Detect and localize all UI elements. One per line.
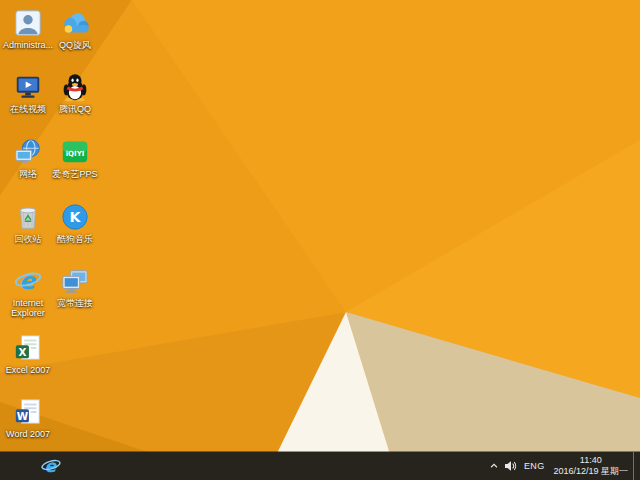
svg-text:e: e (44, 456, 57, 476)
show-desktop-button[interactable] (633, 452, 640, 480)
system-tray: ENG 11:40 2016/12/19 星期一 (485, 452, 640, 480)
icon-label: Administra... (2, 40, 54, 50)
network-globe-icon (2, 137, 54, 167)
desktop-icon-iqiyi-pps[interactable]: iQIYI 爱奇艺PPS (49, 137, 101, 179)
desktop-icon-network[interactable]: 网络 (2, 137, 54, 179)
internet-explorer-icon: e (40, 455, 62, 477)
clock-date: 2016/12/19 星期一 (553, 466, 628, 477)
desktop-icon-internet-explorer[interactable]: e Internet Explorer (2, 266, 54, 318)
icon-label: QQ旋风 (49, 40, 101, 50)
iqiyi-icon: iQIYI (49, 137, 101, 167)
desktop: Administra... 在线视频 网络 (0, 0, 640, 480)
desktop-icon-excel-2007[interactable]: X Excel 2007 (2, 333, 54, 375)
language-indicator[interactable]: ENG (519, 461, 549, 471)
desktop-icon-recycle-bin[interactable]: 回收站 (2, 202, 54, 244)
desktop-icon-kugou-music[interactable]: K 酷狗音乐 (49, 202, 101, 244)
svg-text:W: W (17, 410, 29, 422)
svg-text:e: e (19, 267, 37, 295)
dual-monitor-icon (49, 266, 101, 296)
icon-label: 爱奇艺PPS (49, 169, 101, 179)
excel-icon: X (2, 333, 54, 363)
icon-label: 回收站 (2, 234, 54, 244)
volume-button[interactable] (502, 452, 519, 480)
internet-explorer-icon: e (2, 266, 54, 296)
icon-label: Excel 2007 (2, 365, 54, 375)
desktop-icon-administrator[interactable]: Administra... (2, 8, 54, 50)
icon-label: 腾讯QQ (49, 104, 101, 114)
desktop-icon-qq-xuanfeng[interactable]: QQ旋风 (49, 8, 101, 50)
kugou-icon: K (49, 202, 101, 232)
icon-label: 宽带连接 (49, 298, 101, 308)
svg-text:X: X (18, 346, 26, 358)
cloud-download-icon (49, 8, 101, 38)
show-hidden-icons-button[interactable] (485, 452, 502, 480)
desktop-icon-word-2007[interactable]: W Word 2007 (2, 397, 54, 439)
video-monitor-icon (2, 72, 54, 102)
user-account-icon (2, 8, 54, 38)
taskbar-ie-button[interactable]: e (36, 453, 66, 479)
icon-label: Internet Explorer (2, 298, 54, 318)
word-icon: W (2, 397, 54, 427)
desktop-icon-broadband[interactable]: 宽带连接 (49, 266, 101, 308)
speaker-icon (504, 460, 517, 472)
icon-label: 网络 (2, 169, 54, 179)
svg-text:K: K (70, 209, 82, 225)
taskbar: e ENG 11:40 2016/12/19 星期一 (0, 452, 640, 480)
desktop-icon-tencent-qq[interactable]: 腾讯QQ (49, 72, 101, 114)
clock[interactable]: 11:40 2016/12/19 星期一 (549, 455, 633, 477)
icon-label: 在线视频 (2, 104, 54, 114)
desktop-icon-online-video[interactable]: 在线视频 (2, 72, 54, 114)
qq-penguin-icon (49, 72, 101, 102)
clock-time: 11:40 (553, 455, 628, 466)
recycle-bin-icon (2, 202, 54, 232)
icon-label: 酷狗音乐 (49, 234, 101, 244)
svg-text:iQIYI: iQIYI (66, 149, 85, 158)
icon-label: Word 2007 (2, 429, 54, 439)
chevron-up-icon (489, 461, 499, 471)
